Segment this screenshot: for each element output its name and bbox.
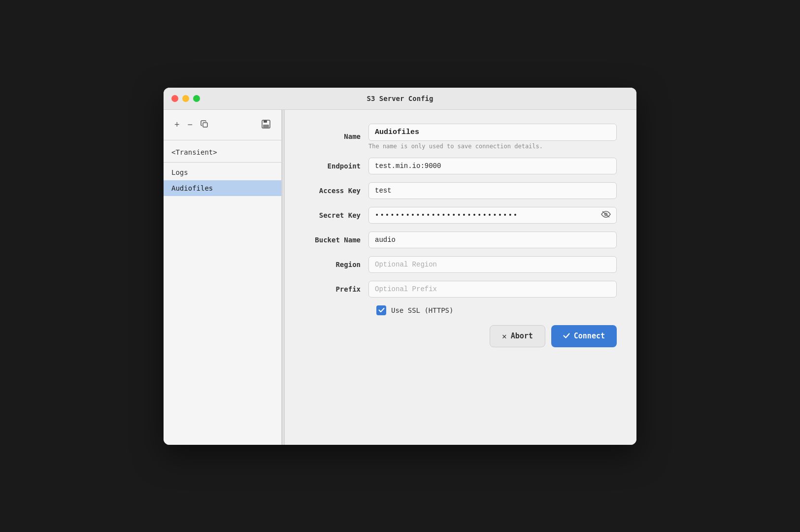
traffic-lights (171, 95, 200, 102)
save-icon (262, 120, 270, 129)
svg-rect-2 (264, 120, 267, 123)
secret-key-row: Secret Key (304, 207, 617, 224)
sidebar-toolbar: + − (164, 116, 281, 140)
close-button[interactable] (171, 95, 178, 102)
bucket-name-label: Bucket Name (304, 236, 368, 244)
secret-key-wrap (368, 207, 617, 224)
endpoint-label: Endpoint (304, 162, 368, 170)
window-title: S3 Server Config (367, 95, 433, 102)
toggle-secret-visibility-button[interactable] (600, 210, 612, 221)
access-key-label: Access Key (304, 187, 368, 195)
bucket-name-input[interactable] (368, 232, 617, 248)
connect-button[interactable]: Connect (551, 325, 617, 347)
maximize-button[interactable] (193, 95, 200, 102)
region-label: Region (304, 261, 368, 268)
name-input[interactable] (368, 124, 617, 141)
prefix-label: Prefix (304, 285, 368, 293)
sidebar-item-audiofiles[interactable]: Audiofiles (164, 180, 281, 196)
abort-x-icon: ✕ (502, 332, 507, 341)
svg-rect-3 (263, 125, 269, 128)
access-key-field-wrap (368, 182, 617, 199)
region-field-wrap (368, 256, 617, 273)
name-hint: The name is only used to save connection… (368, 143, 617, 150)
ssl-label: Use SSL (HTTPS) (391, 306, 453, 314)
save-config-button[interactable] (259, 118, 273, 132)
name-row: Name The name is only used to save conne… (304, 124, 617, 150)
secret-key-label: Secret Key (304, 211, 368, 219)
access-key-row: Access Key (304, 182, 617, 199)
form-panel: Name The name is only used to save conne… (285, 110, 636, 445)
bucket-name-field-wrap (368, 232, 617, 248)
endpoint-input[interactable] (368, 158, 617, 174)
sidebar-top-divider (164, 140, 281, 140)
ssl-row: Use SSL (HTTPS) (376, 305, 617, 315)
copy-icon (200, 120, 208, 128)
checkmark-connect-icon (563, 333, 570, 338)
endpoint-row: Endpoint (304, 158, 617, 174)
sidebar: + − <Transient> (164, 110, 282, 445)
ssl-checkbox[interactable] (376, 305, 386, 315)
checkmark-icon (378, 307, 385, 313)
secret-key-input[interactable] (368, 207, 617, 224)
access-key-input[interactable] (368, 182, 617, 199)
prefix-row: Prefix (304, 281, 617, 298)
button-row: ✕ Abort Connect (304, 325, 617, 347)
name-field-wrap: The name is only used to save connection… (368, 124, 617, 150)
bucket-name-row: Bucket Name (304, 232, 617, 248)
titlebar: S3 Server Config (164, 88, 636, 110)
abort-button[interactable]: ✕ Abort (490, 325, 545, 347)
sidebar-item-logs[interactable]: Logs (164, 165, 281, 180)
name-label: Name (304, 133, 368, 140)
secret-key-field-wrap (368, 207, 617, 224)
svg-rect-0 (203, 123, 207, 127)
remove-button[interactable]: − (185, 118, 196, 131)
add-button[interactable]: + (171, 118, 183, 131)
copy-button[interactable] (198, 118, 211, 132)
prefix-field-wrap (368, 281, 617, 298)
minimize-button[interactable] (182, 95, 189, 102)
sidebar-item-transient[interactable]: <Transient> (164, 144, 281, 160)
main-window: S3 Server Config + − (164, 88, 636, 445)
connect-check-icon (563, 332, 570, 340)
prefix-input[interactable] (368, 281, 617, 298)
eye-slash-icon (601, 211, 611, 218)
main-content: + − <Transient> (164, 110, 636, 445)
region-input[interactable] (368, 256, 617, 273)
region-row: Region (304, 256, 617, 273)
sidebar-separator (164, 162, 281, 163)
endpoint-field-wrap (368, 158, 617, 174)
